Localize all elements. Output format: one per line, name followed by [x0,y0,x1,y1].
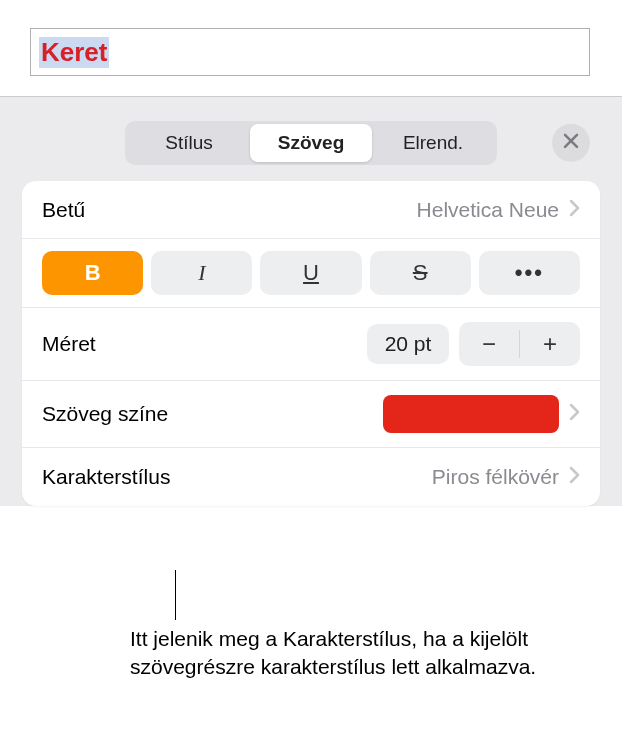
more-options-button[interactable]: ••• [479,251,580,295]
font-row[interactable]: Betű Helvetica Neue [22,181,600,239]
text-color-label: Szöveg színe [42,402,383,426]
text-color-swatch[interactable] [383,395,559,433]
canvas-area: Keret [0,0,622,96]
underline-button[interactable]: U [260,251,361,295]
text-frame[interactable]: Keret [30,28,590,76]
chevron-right-icon [569,403,580,425]
size-label: Méret [42,332,357,356]
close-button[interactable] [552,124,590,162]
bold-icon: B [85,260,101,286]
character-style-row[interactable]: Karakterstílus Piros félkövér [22,448,600,506]
chevron-right-icon [569,199,580,221]
callout-text: Itt jelenik meg a Karakterstílus, ha a k… [130,625,550,682]
size-row: Méret 20 pt − + [22,308,600,381]
size-decrease-button[interactable]: − [459,322,519,366]
format-panel: Stílus Szöveg Elrend. Betű Helvetica Neu… [0,96,622,506]
strikethrough-icon: S [413,260,428,286]
size-value[interactable]: 20 pt [367,324,449,364]
tab-arrange[interactable]: Elrend. [372,124,494,162]
callout-leader-line [175,570,176,620]
text-color-row[interactable]: Szöveg színe [22,381,600,448]
minus-icon: − [482,330,496,358]
segmented-control: Stílus Szöveg Elrend. [125,121,497,165]
bold-button[interactable]: B [42,251,143,295]
tab-style[interactable]: Stílus [128,124,250,162]
font-label: Betű [42,198,417,222]
font-value: Helvetica Neue [417,198,559,222]
tab-bar: Stílus Szöveg Elrend. [0,97,622,181]
size-increase-button[interactable]: + [520,322,580,366]
more-icon: ••• [515,260,544,286]
selected-text[interactable]: Keret [39,37,109,68]
italic-button[interactable]: I [151,251,252,295]
character-style-value: Piros félkövér [432,465,559,489]
strikethrough-button[interactable]: S [370,251,471,295]
plus-icon: + [543,330,557,358]
style-buttons-row: B I U S ••• [22,239,600,308]
underline-icon: U [303,260,319,286]
close-icon [563,133,579,153]
tab-text[interactable]: Szöveg [250,124,372,162]
chevron-right-icon [569,466,580,488]
size-stepper: − + [459,322,580,366]
character-style-label: Karakterstílus [42,465,432,489]
text-settings-card: Betű Helvetica Neue B I U S ••• Méret 20… [22,181,600,506]
italic-icon: I [198,260,205,286]
